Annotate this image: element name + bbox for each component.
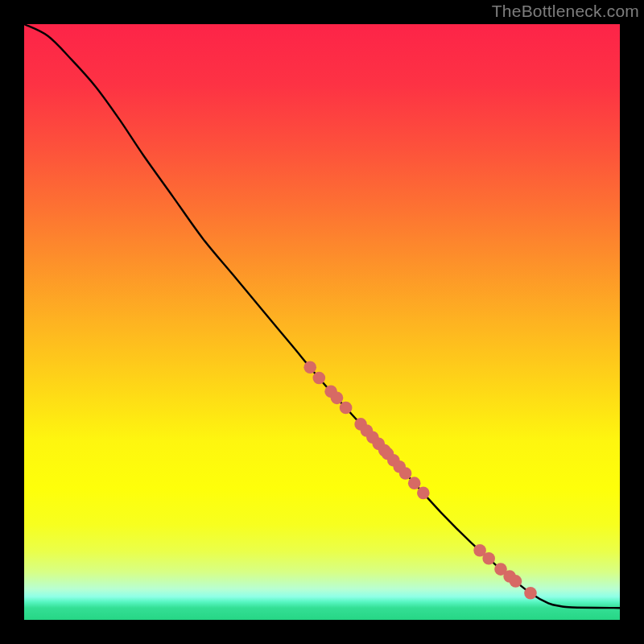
data-point — [399, 467, 412, 480]
data-point — [408, 477, 421, 489]
data-point — [482, 552, 495, 565]
curve-overlay — [24, 24, 620, 620]
plot-area — [24, 24, 620, 620]
data-point — [510, 575, 522, 588]
data-point — [303, 361, 316, 374]
chart-container: TheBottleneck.com — [0, 0, 644, 644]
data-point — [340, 402, 353, 415]
data-point — [524, 587, 537, 600]
bottleneck-curve — [24, 24, 620, 608]
data-point — [417, 487, 430, 500]
data-points — [303, 361, 536, 599]
data-point — [313, 372, 326, 385]
watermark-text: TheBottleneck.com — [492, 2, 639, 21]
data-point — [331, 392, 344, 405]
